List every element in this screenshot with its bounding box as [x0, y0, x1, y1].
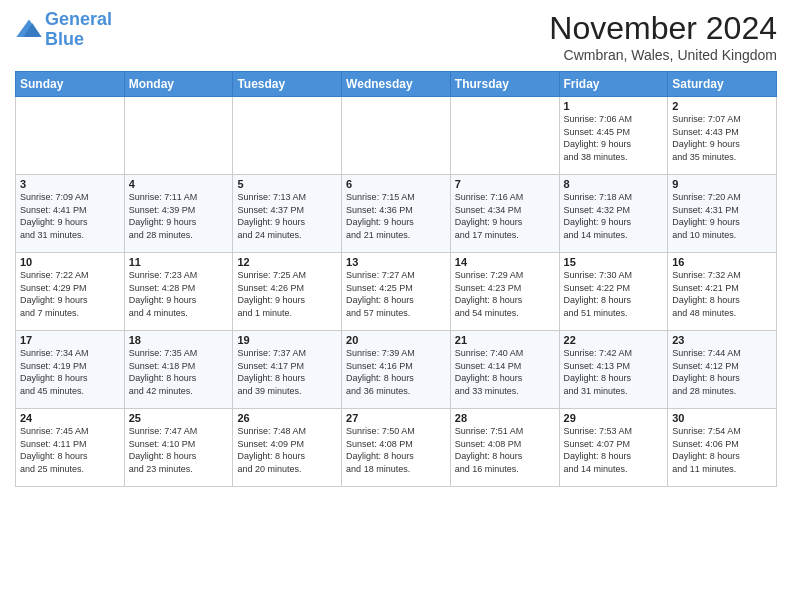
day-info: Sunrise: 7:18 AMSunset: 4:32 PMDaylight:… [564, 191, 664, 241]
day-number: 1 [564, 100, 664, 112]
day-info: Sunrise: 7:48 AMSunset: 4:09 PMDaylight:… [237, 425, 337, 475]
calendar-header-row: SundayMondayTuesdayWednesdayThursdayFrid… [16, 72, 777, 97]
calendar-cell: 21Sunrise: 7:40 AMSunset: 4:14 PMDayligh… [450, 331, 559, 409]
day-info: Sunrise: 7:13 AMSunset: 4:37 PMDaylight:… [237, 191, 337, 241]
calendar-cell [450, 97, 559, 175]
calendar-cell [342, 97, 451, 175]
calendar-cell [124, 97, 233, 175]
calendar-week-5: 24Sunrise: 7:45 AMSunset: 4:11 PMDayligh… [16, 409, 777, 487]
day-info: Sunrise: 7:45 AMSunset: 4:11 PMDaylight:… [20, 425, 120, 475]
day-number: 11 [129, 256, 229, 268]
calendar-cell: 17Sunrise: 7:34 AMSunset: 4:19 PMDayligh… [16, 331, 125, 409]
day-info: Sunrise: 7:16 AMSunset: 4:34 PMDaylight:… [455, 191, 555, 241]
calendar-header-tuesday: Tuesday [233, 72, 342, 97]
day-number: 7 [455, 178, 555, 190]
calendar-cell: 7Sunrise: 7:16 AMSunset: 4:34 PMDaylight… [450, 175, 559, 253]
day-info: Sunrise: 7:23 AMSunset: 4:28 PMDaylight:… [129, 269, 229, 319]
calendar-cell: 18Sunrise: 7:35 AMSunset: 4:18 PMDayligh… [124, 331, 233, 409]
calendar-week-1: 1Sunrise: 7:06 AMSunset: 4:45 PMDaylight… [16, 97, 777, 175]
day-number: 10 [20, 256, 120, 268]
day-info: Sunrise: 7:15 AMSunset: 4:36 PMDaylight:… [346, 191, 446, 241]
calendar-cell: 29Sunrise: 7:53 AMSunset: 4:07 PMDayligh… [559, 409, 668, 487]
day-info: Sunrise: 7:30 AMSunset: 4:22 PMDaylight:… [564, 269, 664, 319]
calendar-week-4: 17Sunrise: 7:34 AMSunset: 4:19 PMDayligh… [16, 331, 777, 409]
day-info: Sunrise: 7:53 AMSunset: 4:07 PMDaylight:… [564, 425, 664, 475]
day-number: 22 [564, 334, 664, 346]
day-number: 17 [20, 334, 120, 346]
day-number: 18 [129, 334, 229, 346]
location: Cwmbran, Wales, United Kingdom [549, 47, 777, 63]
calendar-header-thursday: Thursday [450, 72, 559, 97]
calendar-cell: 4Sunrise: 7:11 AMSunset: 4:39 PMDaylight… [124, 175, 233, 253]
calendar-header-wednesday: Wednesday [342, 72, 451, 97]
calendar-cell: 23Sunrise: 7:44 AMSunset: 4:12 PMDayligh… [668, 331, 777, 409]
day-info: Sunrise: 7:11 AMSunset: 4:39 PMDaylight:… [129, 191, 229, 241]
day-number: 14 [455, 256, 555, 268]
calendar-cell: 16Sunrise: 7:32 AMSunset: 4:21 PMDayligh… [668, 253, 777, 331]
calendar-week-3: 10Sunrise: 7:22 AMSunset: 4:29 PMDayligh… [16, 253, 777, 331]
calendar-cell [16, 97, 125, 175]
calendar-cell: 22Sunrise: 7:42 AMSunset: 4:13 PMDayligh… [559, 331, 668, 409]
calendar-cell: 12Sunrise: 7:25 AMSunset: 4:26 PMDayligh… [233, 253, 342, 331]
day-info: Sunrise: 7:22 AMSunset: 4:29 PMDaylight:… [20, 269, 120, 319]
day-number: 16 [672, 256, 772, 268]
day-number: 26 [237, 412, 337, 424]
logo-line1: General [45, 9, 112, 29]
calendar-cell: 25Sunrise: 7:47 AMSunset: 4:10 PMDayligh… [124, 409, 233, 487]
day-info: Sunrise: 7:50 AMSunset: 4:08 PMDaylight:… [346, 425, 446, 475]
day-number: 27 [346, 412, 446, 424]
calendar-header-saturday: Saturday [668, 72, 777, 97]
calendar-cell: 6Sunrise: 7:15 AMSunset: 4:36 PMDaylight… [342, 175, 451, 253]
logo: General Blue [15, 10, 112, 50]
day-info: Sunrise: 7:27 AMSunset: 4:25 PMDaylight:… [346, 269, 446, 319]
day-info: Sunrise: 7:34 AMSunset: 4:19 PMDaylight:… [20, 347, 120, 397]
calendar-cell: 14Sunrise: 7:29 AMSunset: 4:23 PMDayligh… [450, 253, 559, 331]
day-info: Sunrise: 7:44 AMSunset: 4:12 PMDaylight:… [672, 347, 772, 397]
day-info: Sunrise: 7:40 AMSunset: 4:14 PMDaylight:… [455, 347, 555, 397]
day-number: 5 [237, 178, 337, 190]
calendar-cell: 27Sunrise: 7:50 AMSunset: 4:08 PMDayligh… [342, 409, 451, 487]
day-number: 2 [672, 100, 772, 112]
calendar-cell: 9Sunrise: 7:20 AMSunset: 4:31 PMDaylight… [668, 175, 777, 253]
page: General Blue November 2024 Cwmbran, Wale… [0, 0, 792, 612]
day-info: Sunrise: 7:35 AMSunset: 4:18 PMDaylight:… [129, 347, 229, 397]
calendar-cell: 20Sunrise: 7:39 AMSunset: 4:16 PMDayligh… [342, 331, 451, 409]
day-info: Sunrise: 7:54 AMSunset: 4:06 PMDaylight:… [672, 425, 772, 475]
day-number: 15 [564, 256, 664, 268]
day-info: Sunrise: 7:42 AMSunset: 4:13 PMDaylight:… [564, 347, 664, 397]
title-section: November 2024 Cwmbran, Wales, United Kin… [549, 10, 777, 63]
header: General Blue November 2024 Cwmbran, Wale… [15, 10, 777, 63]
calendar-cell: 1Sunrise: 7:06 AMSunset: 4:45 PMDaylight… [559, 97, 668, 175]
calendar-cell: 5Sunrise: 7:13 AMSunset: 4:37 PMDaylight… [233, 175, 342, 253]
day-info: Sunrise: 7:09 AMSunset: 4:41 PMDaylight:… [20, 191, 120, 241]
calendar-cell: 30Sunrise: 7:54 AMSunset: 4:06 PMDayligh… [668, 409, 777, 487]
calendar-header-friday: Friday [559, 72, 668, 97]
calendar-cell: 10Sunrise: 7:22 AMSunset: 4:29 PMDayligh… [16, 253, 125, 331]
calendar-cell: 8Sunrise: 7:18 AMSunset: 4:32 PMDaylight… [559, 175, 668, 253]
day-info: Sunrise: 7:32 AMSunset: 4:21 PMDaylight:… [672, 269, 772, 319]
day-number: 21 [455, 334, 555, 346]
day-number: 30 [672, 412, 772, 424]
logo-text: General Blue [45, 10, 112, 50]
month-title: November 2024 [549, 10, 777, 47]
calendar-cell: 15Sunrise: 7:30 AMSunset: 4:22 PMDayligh… [559, 253, 668, 331]
logo-icon [15, 16, 43, 44]
day-number: 6 [346, 178, 446, 190]
day-number: 3 [20, 178, 120, 190]
day-info: Sunrise: 7:20 AMSunset: 4:31 PMDaylight:… [672, 191, 772, 241]
calendar-cell: 11Sunrise: 7:23 AMSunset: 4:28 PMDayligh… [124, 253, 233, 331]
calendar-cell: 24Sunrise: 7:45 AMSunset: 4:11 PMDayligh… [16, 409, 125, 487]
day-number: 28 [455, 412, 555, 424]
calendar-table: SundayMondayTuesdayWednesdayThursdayFrid… [15, 71, 777, 487]
day-number: 19 [237, 334, 337, 346]
calendar-cell: 28Sunrise: 7:51 AMSunset: 4:08 PMDayligh… [450, 409, 559, 487]
day-info: Sunrise: 7:37 AMSunset: 4:17 PMDaylight:… [237, 347, 337, 397]
day-number: 29 [564, 412, 664, 424]
day-number: 8 [564, 178, 664, 190]
day-number: 12 [237, 256, 337, 268]
day-info: Sunrise: 7:51 AMSunset: 4:08 PMDaylight:… [455, 425, 555, 475]
day-info: Sunrise: 7:39 AMSunset: 4:16 PMDaylight:… [346, 347, 446, 397]
calendar-week-2: 3Sunrise: 7:09 AMSunset: 4:41 PMDaylight… [16, 175, 777, 253]
calendar-cell [233, 97, 342, 175]
logo-line2: Blue [45, 29, 84, 49]
